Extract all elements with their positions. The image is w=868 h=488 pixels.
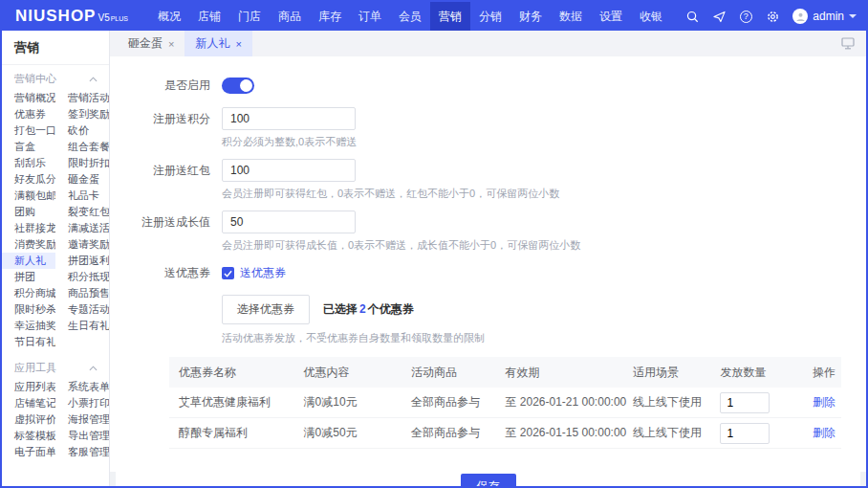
send-icon[interactable] bbox=[712, 10, 726, 23]
nav-item-orders[interactable]: 订单 bbox=[350, 2, 390, 31]
sidebar-item[interactable]: 团购 bbox=[2, 204, 55, 220]
quantity-input[interactable] bbox=[720, 423, 770, 444]
quantity-cell bbox=[720, 392, 800, 413]
topbar: NIUSHOP V5 PLUS 概况 店铺 门店 商品 库存 订单 会员 营销 … bbox=[2, 2, 866, 31]
sidebar-item[interactable]: 系统表单 bbox=[55, 379, 109, 395]
enable-toggle[interactable] bbox=[222, 78, 254, 94]
redpacket-input[interactable] bbox=[222, 159, 356, 182]
sidebar-item[interactable]: 标签模板 bbox=[2, 428, 55, 444]
sidebar-item[interactable]: 社群接龙 bbox=[2, 220, 55, 236]
question-glyph: ? bbox=[740, 11, 752, 23]
sidebar-item[interactable]: 打包一口价 bbox=[2, 122, 55, 139]
growth-label: 注册送成长值 bbox=[119, 214, 210, 231]
sidebar-item[interactable]: 好友瓜分券 bbox=[2, 171, 55, 188]
nav-item-settings[interactable]: 设置 bbox=[591, 2, 631, 31]
growth-input[interactable] bbox=[222, 211, 356, 233]
nav-item-inventory[interactable]: 库存 bbox=[310, 2, 350, 31]
sidebar-item[interactable]: 满减送活动 bbox=[55, 220, 109, 236]
sidebar-item[interactable]: 砸金蛋 bbox=[55, 171, 109, 188]
main-area: 砸金蛋 × 新人礼 × 是否启用 注册送积分 bbox=[110, 31, 866, 486]
sidebar-item[interactable]: 签到奖励 bbox=[55, 106, 109, 122]
nav-item-shop[interactable]: 店铺 bbox=[189, 2, 229, 31]
nav-item-distribution[interactable]: 分销 bbox=[470, 2, 510, 31]
sidebar-item[interactable]: 应用列表 bbox=[2, 379, 55, 395]
selected-coupons-text: 已选择2个优惠券 bbox=[323, 301, 414, 318]
sidebar-item[interactable]: 礼品卡 bbox=[55, 188, 109, 204]
monitor-icon[interactable] bbox=[841, 37, 855, 50]
growth-hint: 会员注册即可获得成长值，0表示不赠送，成长值不能小于0，可保留两位小数 bbox=[222, 238, 849, 253]
selected-suffix: 个优惠券 bbox=[368, 302, 414, 316]
tab-golden-egg[interactable]: 砸金蛋 × bbox=[118, 31, 184, 56]
nav-item-goods[interactable]: 商品 bbox=[270, 2, 310, 31]
sidebar-item-newuser-gift-active[interactable]: 新人礼 bbox=[2, 253, 55, 269]
search-icon[interactable] bbox=[685, 10, 699, 23]
sidebar-item[interactable]: 商品预售 bbox=[55, 285, 109, 301]
save-button[interactable]: 保存 bbox=[461, 474, 516, 488]
nav-item-data[interactable]: 数据 bbox=[551, 2, 591, 31]
tab-newuser-gift-active[interactable]: 新人礼 × bbox=[184, 31, 251, 56]
sidebar-item[interactable]: 海报管理 bbox=[55, 411, 109, 428]
sidebar-item[interactable]: 节日有礼 bbox=[2, 334, 55, 350]
tab-label: 砸金蛋 bbox=[128, 35, 163, 52]
points-input[interactable] bbox=[222, 107, 356, 130]
sidebar-item[interactable]: 组合套餐 bbox=[55, 139, 109, 155]
nav-item-finance[interactable]: 财务 bbox=[510, 2, 551, 31]
logo-version-suffix: PLUS bbox=[111, 15, 128, 22]
col-activity-goods: 活动商品 bbox=[411, 365, 505, 381]
sidebar-item[interactable]: 积分商城 bbox=[2, 285, 55, 301]
sidebar-item[interactable]: 积分抵现 bbox=[55, 269, 109, 285]
sidebar-section-app-tools[interactable]: 应用工具 bbox=[2, 354, 109, 379]
sidebar-section-marketing-center[interactable]: 营销中心 bbox=[2, 65, 109, 90]
gear-icon[interactable] bbox=[766, 10, 779, 23]
sidebar-item[interactable]: 刮刮乐 bbox=[2, 155, 55, 171]
coupon-checkbox[interactable] bbox=[222, 267, 234, 279]
newuser-gift-form: 是否启用 注册送积分 积分必须为整数,0表示不赠送 注册送红包 会员注册即可获得… bbox=[110, 56, 866, 472]
sidebar-item[interactable]: 店铺笔记 bbox=[2, 395, 55, 411]
sidebar-item[interactable]: 拼团返利 bbox=[55, 253, 109, 269]
sidebar-item[interactable]: 消费奖励 bbox=[2, 236, 55, 253]
sidebar-item[interactable]: 电子面单 bbox=[2, 444, 55, 460]
sidebar-item[interactable]: 限时折扣 bbox=[55, 155, 109, 171]
sidebar-item[interactable]: 客服管理 bbox=[55, 444, 109, 460]
sidebar-item[interactable]: 限时秒杀 bbox=[2, 301, 55, 318]
table-row: 醇酿专属福利 满0减50元 全部商品参与 至 2026-01-15 00:00:… bbox=[169, 418, 841, 449]
footer-bar: 保存 bbox=[116, 472, 860, 488]
quantity-cell bbox=[720, 423, 800, 444]
tab-bar-right bbox=[841, 31, 866, 56]
delete-link[interactable]: 删除 bbox=[813, 426, 835, 439]
sidebar-item[interactable]: 拼团 bbox=[2, 269, 55, 285]
sidebar-item[interactable]: 幸运抽奖 bbox=[2, 318, 55, 334]
nav-item-members[interactable]: 会员 bbox=[390, 2, 430, 31]
nav-item-overview[interactable]: 概况 bbox=[149, 2, 189, 31]
nav-item-marketing-active[interactable]: 营销 bbox=[430, 2, 470, 31]
user-menu[interactable]: admin bbox=[792, 9, 857, 24]
sidebar-item[interactable]: 营销概况 bbox=[2, 90, 55, 106]
logo-version: V5 bbox=[98, 12, 109, 23]
nav-item-store[interactable]: 门店 bbox=[229, 2, 270, 31]
close-icon[interactable]: × bbox=[235, 38, 241, 50]
sidebar-item[interactable]: 优惠券 bbox=[2, 106, 55, 122]
sidebar-item[interactable]: 邀请奖励 bbox=[55, 236, 109, 253]
sidebar-item[interactable]: 满额包邮 bbox=[2, 188, 55, 204]
close-icon[interactable]: × bbox=[168, 38, 174, 50]
col-coupon-content: 优惠内容 bbox=[304, 365, 411, 381]
sidebar-item[interactable]: 砍价 bbox=[55, 122, 109, 139]
sidebar-item[interactable]: 营销活动 bbox=[55, 90, 109, 106]
delete-link[interactable]: 删除 bbox=[813, 395, 835, 409]
sidebar-item[interactable]: 专题活动 bbox=[55, 301, 109, 318]
sidebar-item[interactable]: 导出管理 bbox=[55, 428, 109, 444]
section-title: 应用工具 bbox=[14, 361, 56, 375]
sidebar-item[interactable]: 盲盒 bbox=[2, 139, 55, 155]
redpacket-row: 注册送红包 bbox=[119, 159, 849, 182]
sidebar-item[interactable]: 虚拟评价 bbox=[2, 411, 55, 428]
sidebar-item[interactable]: 生日有礼 bbox=[55, 318, 109, 334]
nav-item-cashier[interactable]: 收银 bbox=[631, 2, 671, 31]
enable-row: 是否启用 bbox=[119, 78, 849, 94]
help-icon[interactable]: ? bbox=[739, 10, 752, 23]
activity-goods: 全部商品参与 bbox=[411, 394, 505, 410]
sidebar-item[interactable]: 裂变红包 bbox=[55, 204, 109, 220]
coupon-checkbox-label[interactable]: 送优惠券 bbox=[240, 265, 286, 281]
quantity-input[interactable] bbox=[720, 392, 770, 413]
sidebar-item[interactable]: 小票打印 bbox=[55, 395, 109, 411]
select-coupon-button[interactable]: 选择优惠券 bbox=[222, 295, 310, 324]
